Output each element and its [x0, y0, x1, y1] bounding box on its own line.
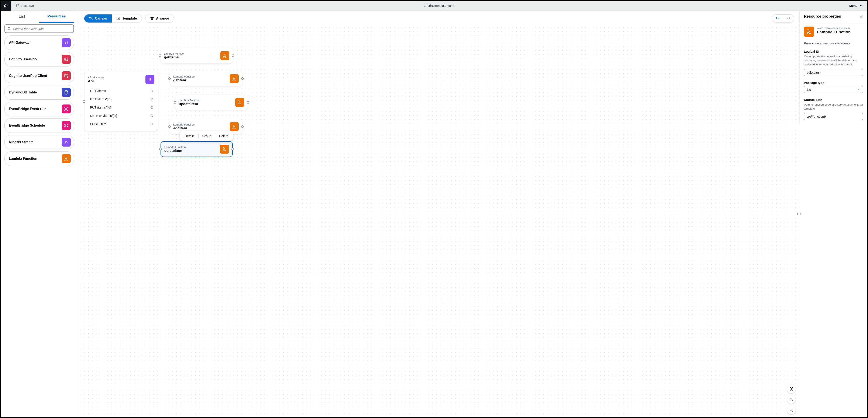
source-path-input[interactable] — [804, 113, 863, 120]
logical-id-input[interactable] — [804, 69, 863, 76]
undo-button[interactable] — [772, 14, 783, 22]
node-port[interactable] — [232, 54, 235, 57]
lambda-icon — [62, 154, 71, 163]
api-route-label: GET /items — [90, 89, 106, 93]
resource-pill-api-gateway[interactable]: API Gateway — [4, 35, 74, 50]
svg-point-16 — [67, 124, 68, 125]
fit-view-button[interactable] — [787, 385, 796, 393]
node-port[interactable] — [241, 77, 244, 80]
resource-pill-label: EventBridge Schedule — [9, 124, 45, 127]
zoom-in-button[interactable] — [787, 395, 796, 404]
svg-rect-20 — [91, 19, 92, 20]
node-lambda-getitems[interactable]: Lambda Function getItems — [160, 48, 233, 63]
node-name: Api — [88, 79, 104, 83]
svg-point-11 — [67, 107, 68, 108]
lambda-icon — [220, 145, 229, 154]
node-port[interactable] — [241, 125, 244, 128]
context-group[interactable]: Group — [198, 132, 215, 139]
resource-pill-dynamodb-table[interactable]: DynamoDB Table — [4, 85, 74, 100]
zoom-in-icon — [789, 398, 793, 401]
template-view-button[interactable]: Template — [112, 14, 142, 23]
close-icon — [859, 14, 863, 19]
node-lambda-deleteitem[interactable]: Lambda Function deleteItem — [160, 141, 233, 157]
node-port[interactable] — [83, 100, 85, 103]
api-route[interactable]: GET /items — [88, 87, 154, 95]
search-input[interactable] — [13, 27, 71, 31]
node-name: updateItem — [179, 102, 200, 106]
node-port[interactable] — [168, 125, 171, 128]
autosave-indicator: Autosave — [11, 4, 34, 8]
route-port[interactable] — [151, 106, 153, 109]
history-controls — [772, 14, 794, 23]
route-port[interactable] — [151, 98, 153, 100]
api-route[interactable]: DELETE /items/{id} — [88, 112, 154, 120]
svg-rect-22 — [151, 17, 152, 18]
close-properties-button[interactable] — [859, 14, 863, 19]
lambda-icon — [230, 74, 239, 83]
lambda-icon — [230, 122, 239, 131]
caret-down-icon — [857, 88, 860, 91]
route-port[interactable] — [151, 115, 153, 117]
properties-panel: Resource properties AWS::Serverless::Fun… — [799, 11, 867, 124]
arrange-button[interactable]: Arrange — [145, 14, 174, 23]
lambda-icon — [220, 51, 229, 60]
svg-point-15 — [64, 124, 65, 125]
package-type-label: Package type — [804, 81, 863, 85]
tab-resources[interactable]: Resources — [39, 11, 74, 23]
template-icon — [116, 17, 120, 20]
fit-view-icon — [789, 387, 793, 391]
svg-point-12 — [64, 110, 65, 111]
resource-pill-kinesis-stream[interactable]: Kinesis Stream — [4, 135, 74, 149]
tab-list[interactable]: List — [4, 11, 39, 23]
eventbridge-schedule-icon — [62, 121, 71, 130]
node-port[interactable] — [231, 148, 234, 150]
menu-button[interactable]: Menu — [844, 4, 867, 7]
node-port[interactable] — [168, 77, 171, 80]
lambda-icon — [235, 98, 244, 107]
api-route[interactable]: POST /item — [88, 120, 154, 128]
node-api-gateway[interactable]: API Gateway Api GET /itemsGET /items/{id… — [85, 72, 158, 131]
resource-pill-eventbridge-event-rule[interactable]: EventBridge Event rule — [4, 102, 74, 116]
node-lambda-getitem[interactable]: Lambda Function getItem — [170, 71, 242, 86]
node-context-menu: Details Group Delete — [180, 131, 233, 141]
svg-point-5 — [65, 75, 66, 76]
package-type-select[interactable]: Zip — [804, 86, 863, 93]
resource-pill-lambda-function[interactable]: Lambda Function — [4, 151, 74, 166]
node-type-label: Lambda Function — [164, 52, 185, 55]
node-port[interactable] — [247, 101, 249, 103]
route-port[interactable] — [151, 123, 153, 125]
api-route-label: DELETE /items/{id} — [90, 114, 117, 117]
home-button[interactable] — [1, 1, 11, 11]
node-port[interactable] — [159, 148, 162, 150]
context-details[interactable]: Details — [181, 132, 198, 139]
node-type-label: Lambda Function — [173, 123, 194, 126]
node-port[interactable] — [174, 101, 176, 103]
svg-point-0 — [8, 27, 10, 30]
resource-description: Runs code in response to events — [804, 41, 863, 45]
svg-point-7 — [67, 77, 68, 77]
panel-resize-handle[interactable]: I I — [797, 212, 801, 216]
api-route[interactable]: PUT /items/{id} — [88, 103, 154, 111]
canvas-view-button[interactable]: Canvas — [84, 14, 112, 23]
resource-pill-cognito-userpoolclient[interactable]: Cognito UserPoolClient — [4, 69, 74, 83]
cognito-icon — [62, 55, 71, 64]
view-mode-segment: Canvas Template — [84, 14, 142, 23]
svg-point-10 — [64, 107, 65, 108]
node-port[interactable] — [159, 54, 161, 57]
route-port[interactable] — [151, 90, 153, 92]
resource-pill-eventbridge-schedule[interactable]: EventBridge Schedule — [4, 118, 74, 133]
lambda-icon — [804, 27, 814, 37]
eventbridge-icon — [62, 104, 71, 113]
resource-pill-label: EventBridge Event rule — [9, 107, 46, 111]
search-icon — [7, 27, 11, 31]
resource-pill-label: DynamoDB Table — [9, 90, 37, 94]
source-path-label: Source path — [804, 98, 863, 101]
redo-button[interactable] — [783, 14, 794, 22]
context-delete[interactable]: Delete — [215, 132, 232, 139]
node-lambda-updateitem[interactable]: Lambda Function updateItem — [175, 95, 248, 110]
resource-search[interactable] — [4, 24, 74, 33]
zoom-out-button[interactable] — [787, 406, 796, 414]
resource-pill-cognito-userpool[interactable]: Cognito UserPool — [4, 52, 74, 66]
design-canvas[interactable]: API Gateway Api GET /itemsGET /items/{id… — [78, 25, 799, 417]
api-route[interactable]: GET /items/{id} — [88, 95, 154, 103]
